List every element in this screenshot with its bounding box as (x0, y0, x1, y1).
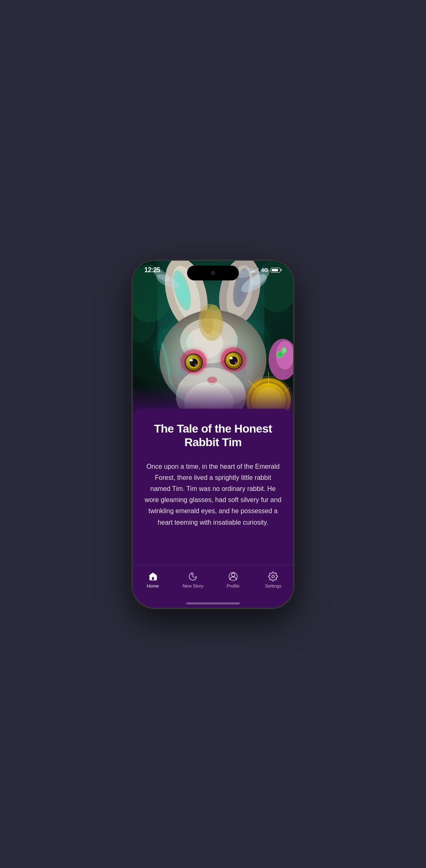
story-title: The Tale of the Honest Rabbit Tim (144, 422, 282, 449)
svg-rect-65 (152, 577, 154, 580)
status-right: 4G (251, 267, 282, 273)
nav-item-home[interactable]: Home (133, 569, 173, 590)
svg-point-52 (234, 320, 271, 366)
camera-dot (211, 271, 215, 275)
hero-image (133, 261, 293, 417)
dynamic-island (187, 266, 239, 280)
network-label: 4G (261, 267, 268, 273)
nav-label-home: Home (147, 583, 159, 588)
nav-label-new-story: New Story (183, 583, 204, 588)
phone-frame: 12:25 4G (133, 261, 293, 608)
svg-point-48 (235, 362, 236, 363)
svg-point-51 (153, 326, 194, 376)
svg-point-61 (278, 352, 282, 356)
settings-icon (268, 571, 278, 582)
new-story-icon (188, 571, 198, 582)
signal-icon (251, 268, 259, 273)
svg-point-50 (209, 377, 215, 382)
bottom-nav: Home New Story (133, 565, 293, 602)
nav-item-profile[interactable]: Profile (213, 569, 253, 590)
svg-point-66 (232, 573, 235, 576)
content-area: The Tale of the Honest Rabbit Tim Once u… (133, 409, 293, 565)
nav-item-new-story[interactable]: New Story (173, 569, 213, 590)
svg-point-68 (272, 575, 274, 578)
svg-point-47 (229, 357, 233, 359)
home-icon (148, 571, 158, 582)
nav-label-profile: Profile (227, 583, 239, 588)
phone-screen: 12:25 4G (133, 261, 293, 608)
status-time: 12:25 (144, 266, 160, 274)
home-indicator (186, 602, 240, 604)
profile-icon (228, 571, 238, 582)
nav-item-settings[interactable]: Settings (253, 569, 294, 590)
nav-label-settings: Settings (265, 583, 281, 588)
story-body: Once upon a time, in the heart of the Em… (144, 461, 282, 528)
battery-icon (271, 268, 282, 273)
svg-point-63 (283, 349, 285, 352)
svg-point-40 (195, 364, 197, 366)
